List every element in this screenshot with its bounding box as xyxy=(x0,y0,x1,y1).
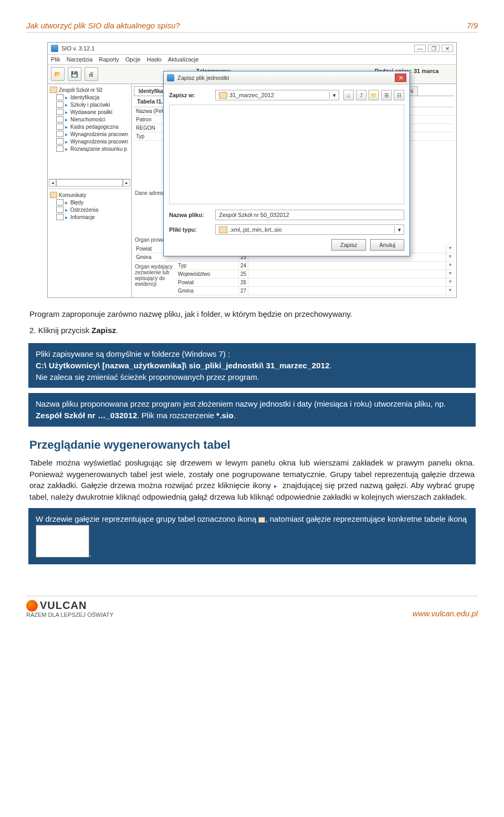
screenshot-sio-app: SIO v. 3.12.1 — ❐ ✕ Plik Narzędzia Rapor… xyxy=(47,42,457,298)
app-title: SIO v. 3.12.1 xyxy=(61,45,94,51)
dialog-icon xyxy=(167,74,174,81)
save-button[interactable]: Zapisz xyxy=(331,239,366,251)
tree-root[interactable]: Zespół Szkół nr 50 xyxy=(49,86,130,94)
dropdown-icon[interactable]: ▾ xyxy=(446,278,454,286)
view-details-icon[interactable]: ☷ xyxy=(394,90,404,100)
maximize-button[interactable]: ❐ xyxy=(428,45,439,52)
tree-item[interactable]: ▸Identyfikacja xyxy=(49,94,130,101)
page-number: 7/9 xyxy=(467,21,478,30)
paragraph: Program zaproponuje zarówno nazwę pliku,… xyxy=(29,308,475,319)
new-folder-icon[interactable]: 📁 xyxy=(369,90,379,100)
file-type-label: Pliki typu: xyxy=(169,226,211,233)
tree-panel: Zespół Szkół nr 50 ▸Identyfikacja ▸Szkoł… xyxy=(48,84,132,297)
section-heading: Przeglądanie wygenerowanych tabel xyxy=(29,438,475,452)
callout-filename: Nazwa pliku proponowana przez program je… xyxy=(28,393,476,427)
callout-tree-icons: W drzewie gałęzie reprezentujące grupy t… xyxy=(28,508,476,565)
paragraph: Tabele można wyświetlać posługując się d… xyxy=(29,457,475,503)
close-button[interactable]: ✕ xyxy=(442,45,453,52)
footer-url: www.vulcan.edu.pl xyxy=(413,609,478,618)
tree-item[interactable]: ▸Wynagrodzenia pracown xyxy=(49,130,130,138)
tree-item[interactable]: ▸Szkoły i placówki xyxy=(49,101,130,108)
folder-nav-icon[interactable]: ⤴ xyxy=(356,90,366,100)
file-name-input[interactable]: Zespół Szkół nr 50_032012 xyxy=(215,210,404,220)
tree-expander-icon xyxy=(274,483,280,489)
menu-narzedzia[interactable]: Narzędzia xyxy=(67,56,93,63)
tree-item[interactable]: Komunikaty xyxy=(49,191,130,199)
dropdown-icon[interactable]: ▾ xyxy=(446,287,454,295)
tree-item[interactable]: ▸Wynagrodzenia pracown xyxy=(49,138,130,145)
page-header: Jak utworzyć plik SIO dla aktualnego spi… xyxy=(26,21,478,33)
dropdown-icon[interactable]: ▾ xyxy=(446,270,454,278)
menu-raporty[interactable]: Raporty xyxy=(99,56,119,63)
tree-h-scrollbar[interactable]: ◂▸ xyxy=(49,179,130,187)
menubar: Plik Narzędzia Raporty Opcje Hasło Aktua… xyxy=(48,55,456,65)
menu-haslo[interactable]: Hasło xyxy=(147,56,162,63)
view-list-icon[interactable]: ☰ xyxy=(381,90,392,100)
tree-item[interactable]: ▸Wydawane posiłki xyxy=(49,108,130,116)
vulcan-logo: VULCAN RAZEM DLA LEPSZEJ OŚWIATY xyxy=(26,599,113,618)
folder-up-icon[interactable]: ⌂ xyxy=(343,90,354,100)
toolbar-print-icon[interactable]: 🖨 xyxy=(85,67,98,81)
toolbar-open-icon[interactable]: 📂 xyxy=(51,67,65,81)
save-dialog: Zapisz plik jednostki ✕ Zapisz w: 31_mar… xyxy=(163,71,410,256)
doc-title: Jak utworzyć plik SIO dla aktualnego spi… xyxy=(26,21,180,30)
step-2: 2. Kliknij przycisk Zapisz. xyxy=(29,325,475,336)
chevron-down-icon[interactable]: ▾ xyxy=(394,226,404,233)
save-in-label: Zapisz w: xyxy=(169,92,211,98)
tree-item[interactable]: ▸Kadra pedagogiczna xyxy=(49,123,130,130)
menu-aktualizacje[interactable]: Aktualizacje xyxy=(168,56,199,63)
page-icon xyxy=(36,525,89,557)
dialog-title: Zapisz plik jednostki xyxy=(177,75,229,81)
save-in-select[interactable]: 31_marzec_2012 ▾ xyxy=(215,90,339,100)
tree-item[interactable]: ▸Błędy xyxy=(49,199,130,206)
side-label: Organ wydający zezwolenie lub wpisujący … xyxy=(134,262,176,295)
tree-item[interactable]: ▸Rozwiązanie stosunku p xyxy=(49,145,130,152)
tree-item[interactable]: ▸Informacje xyxy=(49,213,130,221)
file-name-label: Nazwa pliku: xyxy=(169,212,211,218)
menu-opcje[interactable]: Opcje xyxy=(125,56,141,63)
app-icon xyxy=(51,45,58,52)
chevron-down-icon[interactable]: ▾ xyxy=(329,92,339,99)
tree-item[interactable]: ▸Ostrzeżenia xyxy=(49,206,130,213)
dropdown-icon[interactable]: ▾ xyxy=(446,253,454,261)
minimize-button[interactable]: — xyxy=(414,45,426,52)
tree-item[interactable]: ▸Nieruchomości xyxy=(49,116,130,123)
toolbar-save-icon[interactable]: 💾 xyxy=(68,67,81,81)
callout-default-path: Pliki zapisywane są domyślnie w folderze… xyxy=(28,343,476,388)
dialog-close-button[interactable]: ✕ xyxy=(395,74,406,82)
file-list-area[interactable] xyxy=(169,105,404,204)
menu-plik[interactable]: Plik xyxy=(51,56,60,63)
page-footer: VULCAN RAZEM DLA LEPSZEJ OŚWIATY www.vul… xyxy=(26,596,478,618)
cancel-button[interactable]: Anuluj xyxy=(370,239,404,251)
dropdown-icon[interactable]: ▾ xyxy=(446,245,454,253)
file-type-select[interactable]: .xml,.jst,.min,.krt,.sio ▾ xyxy=(215,224,404,235)
folder-icon xyxy=(258,517,265,523)
dropdown-icon[interactable]: ▾ xyxy=(446,262,454,270)
